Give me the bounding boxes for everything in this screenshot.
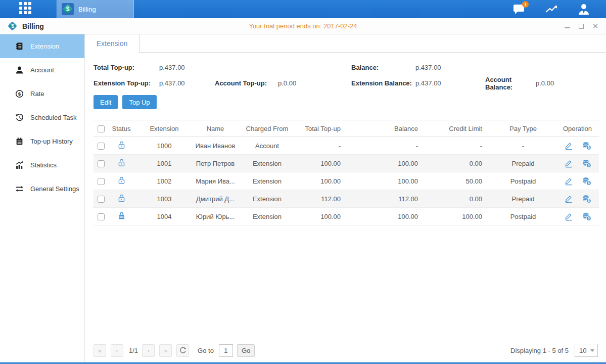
sidebar-item-label: Extension	[30, 42, 59, 50]
table-row: 1000Иван ИвановAccount----$	[94, 137, 599, 155]
row-checkbox[interactable]	[98, 213, 105, 220]
topup-row-icon[interactable]: $	[582, 212, 591, 221]
topup-row-icon[interactable]: $	[582, 141, 591, 150]
cell-credit-limit: -	[426, 137, 490, 155]
cell-total-topup: 100.00	[298, 172, 349, 190]
billing-diamond-icon: $	[7, 21, 18, 32]
statistics-chart-icon[interactable]	[544, 2, 558, 16]
user-account-icon[interactable]	[577, 2, 591, 16]
go-button[interactable]: Go	[237, 344, 255, 357]
maximize-button[interactable]	[578, 23, 585, 30]
sidebar-item-extension[interactable]: Extension	[0, 34, 84, 58]
sidebar-item-rate[interactable]: $ Rate	[0, 82, 84, 106]
extension-topup-value: p.437.00	[159, 79, 215, 87]
edit-button[interactable]: Edit	[94, 95, 118, 109]
row-checkbox[interactable]	[98, 196, 105, 203]
cell-credit-limit: 0.00	[426, 155, 490, 172]
prev-page-button[interactable]: ‹	[111, 344, 123, 357]
extension-balance-label: Extension Balance:	[351, 79, 415, 87]
col-name: Name	[195, 120, 236, 137]
cell-total-topup: 100.00	[298, 155, 349, 172]
cell-name: Дмитрий Д...	[195, 190, 236, 208]
refresh-icon	[179, 347, 187, 354]
col-pay-type: Pay Type	[490, 120, 556, 137]
extension-balance-value: p.437.00	[415, 79, 485, 87]
svg-text:$: $	[588, 163, 590, 167]
goto-page-input[interactable]	[219, 344, 233, 357]
sidebar-item-label: Scheduled Task	[30, 114, 77, 121]
balance-summary: Total Top-up: p.437.00 Balance: p.437.00…	[94, 60, 606, 91]
cell-charged-from: Account	[236, 137, 298, 155]
billing-app-window: $ Billing !	[0, 0, 606, 364]
cell-credit-limit: 0.00	[426, 190, 490, 208]
table-body: 1000Иван ИвановAccount----$1001Петр Петр…	[94, 137, 599, 225]
svg-text:$: $	[18, 91, 21, 97]
page-size-select[interactable]: 10	[575, 344, 598, 357]
cell-extension: 1004	[134, 208, 195, 225]
displaying-count: Displaying 1 - 5 of 5	[510, 347, 569, 354]
scheduled-task-icon	[15, 113, 24, 122]
taskbar-billing-tab[interactable]: $ Billing	[57, 0, 134, 18]
sidebar-item-scheduled-task[interactable]: Scheduled Task	[0, 106, 84, 129]
pagination-bar: « ‹ 1/1 › » Go to Go Displaying 1 - 5 of…	[94, 344, 598, 357]
cell-balance: 100.00	[349, 208, 426, 225]
tab-bar: Extension	[85, 34, 606, 53]
account-topup-value: p.0.00	[278, 79, 351, 87]
minimize-button[interactable]	[564, 23, 571, 30]
edit-row-icon[interactable]	[564, 159, 573, 168]
tab-extension[interactable]: Extension	[85, 34, 139, 53]
edit-row-icon[interactable]	[564, 141, 573, 150]
last-page-button[interactable]: »	[159, 344, 172, 357]
col-operation: Operation	[556, 120, 599, 137]
edit-row-icon[interactable]	[564, 212, 573, 221]
account-icon	[15, 66, 24, 74]
rate-icon: $	[15, 89, 24, 98]
messages-icon[interactable]: !	[512, 2, 526, 16]
next-page-button[interactable]: ›	[142, 344, 155, 357]
balance-label: Balance:	[351, 64, 415, 71]
cell-total-topup: 100.00	[298, 208, 349, 225]
extension-icon	[15, 42, 24, 51]
table-row: 1002Мария Ива...Extension100.00100.0050.…	[94, 172, 599, 190]
page-indicator: 1/1	[129, 347, 138, 354]
cell-extension: 1000	[134, 137, 195, 155]
edit-row-icon[interactable]	[564, 194, 573, 203]
apps-grid-icon[interactable]	[19, 2, 34, 16]
sidebar-item-label: Rate	[30, 90, 44, 98]
row-checkbox[interactable]	[98, 178, 105, 185]
row-checkbox[interactable]	[98, 143, 105, 150]
cell-name: Петр Петров	[195, 155, 236, 172]
topup-row-icon[interactable]: $	[582, 176, 591, 186]
refresh-button[interactable]	[176, 344, 189, 357]
close-button[interactable]: ✕	[592, 23, 599, 30]
first-page-button[interactable]: «	[94, 344, 106, 357]
cell-balance: 100.00	[349, 172, 426, 190]
cell-pay-type: -	[490, 137, 556, 155]
chevron-down-icon	[590, 349, 594, 352]
extension-topup-label: Extension Top-up:	[94, 79, 159, 87]
cell-extension: 1001	[134, 155, 195, 172]
sidebar-item-label: Account	[30, 66, 54, 74]
cell-balance: 112.00	[349, 190, 426, 208]
row-checkbox[interactable]	[98, 160, 105, 167]
balance-value: p.437.00	[415, 64, 485, 71]
select-all-checkbox[interactable]	[98, 125, 105, 132]
content-panel: Extension Total Top-up: p.437.00 Balance…	[85, 34, 606, 362]
sidebar-item-statistics[interactable]: Statistics	[0, 153, 84, 177]
status-unlocked-icon	[117, 143, 126, 151]
cell-charged-from: Extension	[236, 155, 298, 172]
system-topbar: $ Billing !	[0, 0, 606, 18]
top-up-button[interactable]: Top Up	[122, 95, 156, 109]
topup-row-icon[interactable]: $	[582, 159, 591, 168]
sidebar-item-account[interactable]: Account	[0, 58, 84, 82]
sidebar: Extension Account $ Rate Scheduled Task	[0, 34, 85, 362]
sidebar-item-general-settings[interactable]: General Settings	[0, 177, 84, 201]
topup-row-icon[interactable]: $	[582, 194, 591, 203]
statistics-icon	[15, 161, 24, 169]
taskbar-tab-label: Billing	[78, 6, 96, 13]
col-balance: Balance	[349, 120, 426, 137]
window-titlebar: $ Billing Your trial period ends on: 201…	[0, 18, 606, 34]
sidebar-item-topup-history[interactable]: Top-up History	[0, 129, 84, 153]
cell-pay-type: Postpaid	[490, 208, 556, 225]
edit-row-icon[interactable]	[564, 176, 573, 186]
